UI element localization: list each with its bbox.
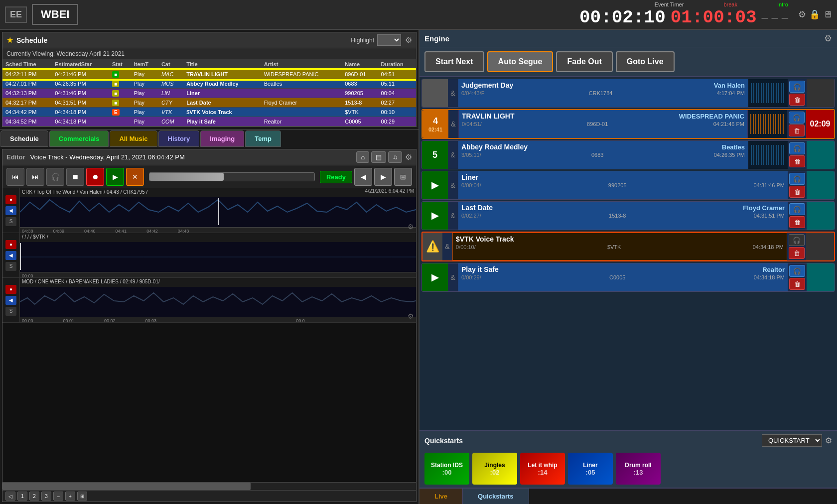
track-1-s-btn[interactable]: S <box>5 217 16 226</box>
track-3-vol-btn[interactable]: ◀ <box>5 296 16 305</box>
extra-ctrl-3[interactable]: ⊞ <box>394 168 412 186</box>
monitor-icon[interactable]: 🖥 <box>823 9 832 20</box>
headphones-button[interactable]: 🎧 <box>46 168 64 186</box>
editor-tool-3[interactable]: ♫ <box>388 151 402 163</box>
deck-3-waveform <box>748 141 788 169</box>
schedule-gear-icon[interactable]: ⚙ <box>405 35 412 45</box>
qs-item-drumroll[interactable]: Drum roll :13 <box>616 453 661 485</box>
deck-7-sub1: 0/00:29/ <box>461 274 481 280</box>
tab-schedule[interactable]: Schedule <box>0 130 48 147</box>
track-3-waveform[interactable] <box>20 287 416 317</box>
schedule-table-scroll[interactable]: Sched Time EstimatedStar Stat ItemT Cat … <box>2 59 416 126</box>
table-row[interactable]: 04:32:13 PM 04:31:46 PM ■ Play LIN Liner… <box>2 89 416 98</box>
qs-label-5: Drum roll <box>625 462 651 469</box>
editor-scroll-thumb[interactable] <box>2 483 251 490</box>
track-2-red-btn[interactable]: ● <box>5 240 16 249</box>
track-1-settings-icon[interactable]: ⚙ <box>408 223 414 231</box>
auto-segue-button[interactable]: Auto Segue <box>487 51 554 72</box>
settings-icon[interactable]: ⚙ <box>798 9 806 20</box>
extra-ctrl-2[interactable]: ▶ <box>374 168 392 186</box>
table-row[interactable]: 04:34:52 PM 04:34:18 PM Play COM Play it… <box>2 117 416 126</box>
editor-tool-2[interactable]: ▤ <box>371 151 386 163</box>
tab-commercials[interactable]: Commercials <box>49 130 109 147</box>
deck-1-delete-btn[interactable]: 🗑 <box>789 94 805 106</box>
skip-forward-button[interactable]: ⏭ <box>26 168 44 186</box>
cancel-button[interactable]: ✕ <box>126 168 144 186</box>
deck-4-delete-btn[interactable]: 🗑 <box>789 186 805 198</box>
btab-live[interactable]: Live <box>419 489 463 504</box>
fade-out-button[interactable]: Fade Out <box>556 51 612 72</box>
deck-3-headphones-btn[interactable]: 🎧 <box>789 142 805 154</box>
deck-3-sub3: 04:26:35 PM <box>714 152 745 158</box>
editor-bottom-icon-7[interactable]: ⊞ <box>77 492 87 501</box>
highlight-dropdown[interactable] <box>377 34 401 46</box>
tab-temp[interactable]: Temp <box>245 130 281 147</box>
quickstarts-dropdown[interactable]: QUICKSTART <box>762 434 822 447</box>
track-2-s-btn[interactable]: S <box>5 262 16 271</box>
editor-bottom-icon-3[interactable]: 2 <box>29 492 39 501</box>
schedule-rows: 04:22:11 PM 04:21:46 PM ■ Play MAC TRAVL… <box>2 70 416 126</box>
deck-2-delete-btn[interactable]: 🗑 <box>789 125 805 136</box>
play-button[interactable]: ▶ <box>106 168 124 186</box>
col-item-type: ItemT <box>131 59 158 70</box>
editor-bottom-icon-6[interactable]: + <box>65 492 75 501</box>
currently-viewing: Currently Viewing: Wednesday April 21 20… <box>2 48 416 59</box>
track-3-red-btn[interactable]: ● <box>5 285 16 294</box>
goto-live-button[interactable]: Goto Live <box>616 51 675 72</box>
editor-gear-icon[interactable]: ⚙ <box>405 152 412 162</box>
qs-item-letitwhip[interactable]: Let it whip :14 <box>520 453 565 485</box>
table-row[interactable]: 04:22:11 PM 04:21:46 PM ■ Play MAC TRAVL… <box>2 70 416 79</box>
table-row[interactable]: 04:27:01 PM 04:26:35 PM ■ Play MUS Abbey… <box>2 79 416 89</box>
deck-7-amp: & <box>448 263 458 291</box>
btab-quickstarts[interactable]: Quickstarts <box>463 489 529 504</box>
cell-est-start: 04:31:46 PM <box>52 89 109 98</box>
start-next-button[interactable]: Start Next <box>424 51 484 72</box>
tab-history[interactable]: History <box>158 130 200 147</box>
qs-item-station-ids[interactable]: Station IDS :00 <box>424 453 469 485</box>
table-row[interactable]: 04:34:42 PM 04:34:18 PM E Play VTK $VTK … <box>2 108 416 117</box>
stop-button[interactable]: ⏹ <box>66 168 84 186</box>
track-3-s-btn[interactable]: S <box>5 307 16 316</box>
editor-bottom-icon-5[interactable]: – <box>53 492 63 501</box>
deck-5-headphones-btn[interactable]: 🎧 <box>789 203 805 215</box>
cell-name: 990205 <box>342 89 378 98</box>
deck-7-delete-btn[interactable]: 🗑 <box>789 278 805 290</box>
qs-duration-3: :14 <box>538 469 548 476</box>
deck-2-headphones-btn[interactable]: 🎧 <box>789 112 805 124</box>
track-1-vol-btn[interactable]: ◀ <box>5 206 16 215</box>
tab-allmusic[interactable]: All Music <box>110 130 157 147</box>
deck-1-actions: 🎧 🗑 <box>788 79 807 107</box>
deck-6-headphones-btn[interactable]: 🎧 <box>789 234 805 246</box>
deck-3-delete-btn[interactable]: 🗑 <box>789 155 805 167</box>
deck-6-sub1: 0/00:10/ <box>456 244 476 250</box>
editor-bottom-icon-1[interactable]: ◁ <box>5 492 15 501</box>
deck-6-delete-btn[interactable]: 🗑 <box>789 247 805 259</box>
tab-imaging[interactable]: Imaging <box>200 130 244 147</box>
deck-3-sub: 3/05:11/ 0683 04:26:35 PM <box>461 152 745 158</box>
editor-bottom-icon-4[interactable]: 3 <box>41 492 51 501</box>
editor-scrollbar[interactable] <box>2 482 416 490</box>
cell-artist: WIDESPREAD PANIC <box>261 70 342 79</box>
editor-bottom-icon-2[interactable]: 1 <box>17 492 27 501</box>
qs-item-liner[interactable]: Liner :05 <box>568 453 613 485</box>
editor-tool-1[interactable]: ⌂ <box>356 151 369 163</box>
extra-ctrl-1[interactable]: ◀ <box>354 168 372 186</box>
qs-item-jingles[interactable]: Jingles :02 <box>472 453 517 485</box>
record-button[interactable]: ⏺ <box>86 168 104 186</box>
deck-4-headphones-btn[interactable]: 🎧 <box>789 173 805 185</box>
track-2-vol-btn[interactable]: ◀ <box>5 251 16 260</box>
track-2-waveform[interactable] <box>20 242 416 272</box>
engine-gear-icon[interactable]: ⚙ <box>824 33 832 44</box>
quickstarts-gear-icon[interactable]: ⚙ <box>825 436 832 445</box>
track-3-settings-icon[interactable]: ⚙ <box>408 312 414 320</box>
track-1-waveform[interactable] <box>20 197 416 227</box>
table-row[interactable]: 04:32:17 PM 04:31:51 PM ■ Play CTY Last … <box>2 98 416 108</box>
deck-1-headphones-btn[interactable]: 🎧 <box>789 81 805 93</box>
deck-5-delete-btn[interactable]: 🗑 <box>789 216 805 228</box>
cell-title: Liner <box>183 89 261 98</box>
track-1-red-btn[interactable]: ● <box>5 195 16 204</box>
lock-icon[interactable]: 🔒 <box>809 9 820 20</box>
deck-7-headphones-btn[interactable]: 🎧 <box>789 265 805 277</box>
schedule-section: ★ Schedule Highlight ⚙ Currently Viewing… <box>2 32 417 127</box>
skip-to-start-button[interactable]: ⏮ <box>6 168 24 186</box>
